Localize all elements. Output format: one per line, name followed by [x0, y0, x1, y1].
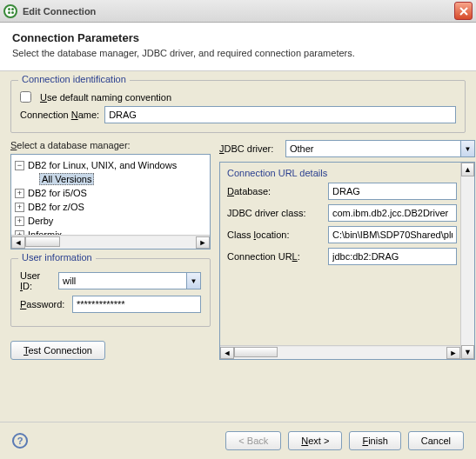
page-title: Connection Parameters: [12, 31, 464, 44]
back-button[interactable]: < Back: [225, 431, 281, 450]
group-legend: User information: [18, 252, 96, 263]
footer: ? < Back Next > Finish Cancel: [0, 422, 476, 459]
close-button[interactable]: [454, 2, 473, 20]
group-legend: Connection identification: [18, 74, 130, 84]
tree-item-selected[interactable]: All Versions: [39, 173, 94, 185]
close-icon: [459, 7, 468, 16]
title-bar: Edit Connection: [0, 0, 476, 23]
scroll-thumb[interactable]: [25, 236, 60, 247]
chevron-down-icon[interactable]: ▼: [460, 140, 475, 157]
tree-item[interactable]: DB2 for Linux, UNIX, and Windows: [28, 160, 177, 170]
content: Connection identification Use default na…: [0, 71, 476, 369]
chevron-down-icon[interactable]: ▼: [186, 272, 201, 289]
tree-item[interactable]: DB2 for i5/OS: [28, 188, 87, 198]
next-button[interactable]: Next >: [288, 431, 342, 450]
tree-expand-icon[interactable]: +: [15, 216, 24, 226]
tree-expand-icon[interactable]: +: [15, 203, 24, 212]
database-input[interactable]: [328, 183, 457, 200]
connection-name-label: Connection Name:: [20, 110, 99, 120]
jdbc-driver-select[interactable]: [285, 140, 460, 157]
header: Connection Parameters Select the databas…: [0, 23, 476, 71]
scroll-right-icon[interactable]: ►: [196, 236, 210, 249]
scroll-right-icon[interactable]: ►: [446, 347, 460, 359]
page-subtitle: Select the database manager, JDBC driver…: [12, 48, 464, 58]
password-input[interactable]: [72, 296, 201, 313]
cancel-button[interactable]: Cancel: [408, 431, 464, 450]
finish-button[interactable]: Finish: [349, 431, 400, 450]
driver-class-label: JDBC driver class:: [227, 208, 323, 218]
app-icon: [3, 4, 17, 18]
horizontal-scrollbar[interactable]: ◄ ►: [11, 235, 210, 249]
database-label: Database:: [227, 186, 323, 196]
group-legend: Connection URL details: [227, 168, 457, 178]
vertical-scrollbar[interactable]: ▲ ▼: [460, 163, 474, 359]
tree-collapse-icon[interactable]: −: [15, 161, 24, 170]
use-default-naming-label: Use default naming convention: [40, 92, 171, 103]
db-manager-label: Select a database manager:: [10, 140, 211, 150]
connection-url-label: Connection URL:: [227, 251, 323, 262]
window-title: Edit Connection: [23, 6, 454, 17]
scroll-thumb[interactable]: [234, 347, 278, 357]
connection-url-input[interactable]: [328, 248, 457, 265]
user-id-input[interactable]: [58, 272, 186, 289]
connection-url-details: Connection URL details Database: JDBC dr…: [219, 162, 475, 360]
connection-name-input[interactable]: [104, 106, 456, 123]
scroll-left-icon[interactable]: ◄: [220, 347, 234, 359]
scroll-down-icon[interactable]: ▼: [461, 345, 474, 359]
scroll-up-icon[interactable]: ▲: [461, 163, 474, 176]
tree-expand-icon[interactable]: +: [15, 189, 24, 198]
driver-class-input[interactable]: [328, 204, 457, 222]
tree-item[interactable]: DB2 for z/OS: [28, 202, 84, 212]
tree-item[interactable]: Derby: [28, 216, 53, 226]
help-icon[interactable]: ?: [12, 433, 28, 449]
use-default-naming-checkbox[interactable]: [20, 91, 31, 103]
horizontal-scrollbar[interactable]: ◄ ►: [220, 345, 460, 359]
class-location-label: Class location:: [227, 230, 323, 240]
password-label: Password:: [20, 299, 67, 309]
test-connection-button[interactable]: Test Connection: [10, 341, 105, 360]
user-information-group: User information User ID: ▼ Password:: [10, 258, 211, 327]
db-manager-tree[interactable]: −DB2 for Linux, UNIX, and Windows All Ve…: [10, 154, 211, 249]
scroll-left-icon[interactable]: ◄: [11, 236, 25, 249]
user-id-label: User ID:: [20, 270, 53, 291]
connection-identification-group: Connection identification Use default na…: [10, 80, 466, 133]
class-location-input[interactable]: [328, 226, 457, 243]
jdbc-driver-label: JDBC driver:: [219, 143, 280, 154]
